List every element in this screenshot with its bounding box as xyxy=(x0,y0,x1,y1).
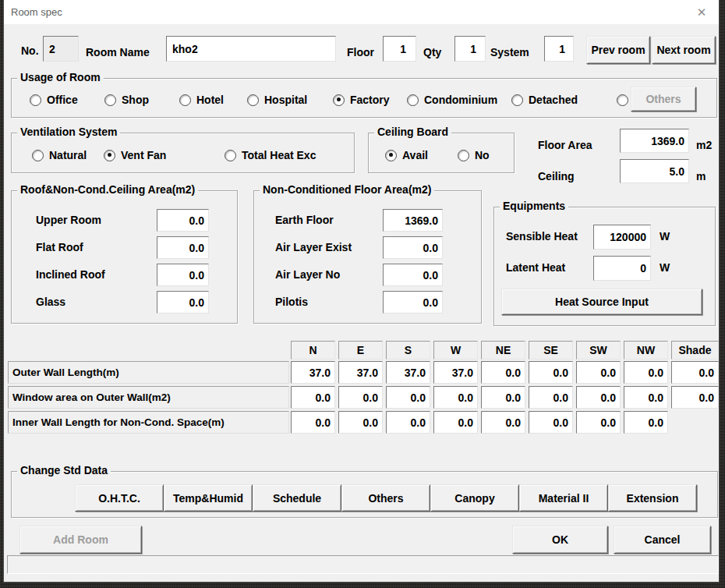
radio-label: Office xyxy=(47,94,78,106)
radio-option-natural[interactable]: Natural xyxy=(32,149,87,161)
radio-circle-icon[interactable] xyxy=(247,94,259,106)
system-input[interactable]: 1 xyxy=(544,36,574,62)
room-name-input[interactable]: kho2 xyxy=(166,36,336,62)
inclined-roof-field[interactable]: 0.0 xyxy=(157,264,209,286)
radio-option-shop[interactable]: Shop xyxy=(104,94,149,106)
radio-circle-icon[interactable] xyxy=(179,94,191,106)
radio-option-blank[interactable] xyxy=(617,94,628,106)
cell-se-row3[interactable]: 0.0 xyxy=(529,411,573,434)
radio-circle-icon[interactable] xyxy=(32,150,44,161)
sensible-heat-field[interactable]: 120000 xyxy=(593,225,651,250)
cell-nw-row2[interactable]: 0.0 xyxy=(624,386,668,409)
add-room-button[interactable]: Add Room xyxy=(19,526,142,554)
col-header-shade: Shade xyxy=(671,341,719,360)
ventilation-system-title: Ventilation System xyxy=(17,126,120,138)
cell-se-row1[interactable]: 0.0 xyxy=(529,361,573,384)
radio-circle-icon[interactable] xyxy=(385,150,397,161)
ceiling-board-title: Ceiling Board xyxy=(374,126,451,138)
radio-option-avail[interactable]: Avail xyxy=(385,149,428,161)
radio-circle-icon[interactable] xyxy=(30,94,41,106)
radio-circle-icon[interactable] xyxy=(225,150,236,161)
ceiling-label: Ceiling xyxy=(538,170,575,182)
cell-shade-row1[interactable]: 0.0 xyxy=(671,361,719,384)
cell-s-row2[interactable]: 0.0 xyxy=(386,386,430,409)
cell-sw-row2[interactable]: 0.0 xyxy=(576,386,621,409)
ceiling-field[interactable]: 5.0 xyxy=(620,159,689,183)
radio-circle-icon[interactable] xyxy=(617,94,628,106)
o-h-t-c-button[interactable]: O.H.T.C. xyxy=(75,484,164,512)
radio-option-hospital[interactable]: Hospital xyxy=(247,94,307,106)
radio-circle-icon[interactable] xyxy=(458,150,469,161)
cell-w-row1[interactable]: 37.0 xyxy=(433,361,478,384)
cell-sw-row3[interactable]: 0.0 xyxy=(576,411,621,434)
cell-n-row2[interactable]: 0.0 xyxy=(291,386,335,409)
close-icon[interactable]: ✕ xyxy=(695,5,709,19)
noncond-floor-area-group: Non-Conditioned Floor Area(m2) Earth Flo… xyxy=(253,190,482,324)
cell-e-row1[interactable]: 37.0 xyxy=(338,361,383,384)
flat-roof-field[interactable]: 0.0 xyxy=(157,236,209,259)
cell-nw-row3[interactable]: 0.0 xyxy=(624,411,668,434)
radio-option-condominium[interactable]: Condominium xyxy=(407,94,497,106)
cell-ne-row2[interactable]: 0.0 xyxy=(481,386,525,409)
cell-n-row3[interactable]: 0.0 xyxy=(291,411,335,434)
inclined-roof-label: Inclined Roof xyxy=(36,268,105,281)
glass-label: Glass xyxy=(36,296,65,308)
titlebar[interactable]: Room spec ✕ xyxy=(4,0,719,24)
cell-sw-row1[interactable]: 0.0 xyxy=(576,361,621,384)
glass-field[interactable]: 0.0 xyxy=(157,291,209,313)
radio-circle-icon[interactable] xyxy=(511,94,523,106)
floor-area-field[interactable]: 1369.0 xyxy=(620,129,689,153)
roof-noncond-ceiling-title: Roof&Non-Cond.Ceiling Area(m2) xyxy=(17,183,198,196)
pilotis-field[interactable]: 0.0 xyxy=(383,291,443,313)
radio-option-office[interactable]: Office xyxy=(30,94,78,106)
next-room-button[interactable]: Next room xyxy=(652,36,716,64)
row-label-outer-wall-length-m: Outer Wall Length(m) xyxy=(8,361,289,384)
cell-ne-row3[interactable]: 0.0 xyxy=(481,411,525,434)
cell-nw-row1[interactable]: 0.0 xyxy=(624,361,668,384)
earth-floor-field[interactable]: 1369.0 xyxy=(383,209,443,232)
radio-option-no[interactable]: No xyxy=(458,149,490,161)
ok-button[interactable]: OK xyxy=(512,526,608,554)
cell-w-row3[interactable]: 0.0 xyxy=(433,411,478,434)
cell-se-row2[interactable]: 0.0 xyxy=(529,386,573,409)
floor-input[interactable]: 1 xyxy=(383,36,416,62)
radio-option-total-heat-exc[interactable]: Total Heat Exc xyxy=(225,149,316,161)
latent-heat-field[interactable]: 0 xyxy=(593,256,651,281)
cancel-button[interactable]: Cancel xyxy=(614,526,711,554)
others-button[interactable]: Others xyxy=(341,484,430,512)
usage-of-room-group: Usage of Room Others OfficeShopHotelHosp… xyxy=(11,78,717,118)
air-layer-no-field[interactable]: 0.0 xyxy=(383,264,443,286)
cell-e-row2[interactable]: 0.0 xyxy=(338,386,383,409)
material-ii-button[interactable]: Material II xyxy=(519,484,608,512)
sensible-heat-label: Sensible Heat xyxy=(506,230,578,243)
upper-room-field[interactable]: 0.0 xyxy=(157,209,209,232)
radio-circle-icon[interactable] xyxy=(333,94,345,106)
extension-button[interactable]: Extension xyxy=(608,484,697,512)
air-layer-exist-field[interactable]: 0.0 xyxy=(383,236,443,259)
radio-circle-icon[interactable] xyxy=(104,150,115,161)
cell-w-row2[interactable]: 0.0 xyxy=(433,386,478,409)
cell-s-row1[interactable]: 37.0 xyxy=(386,361,430,384)
others-button[interactable]: Others xyxy=(631,87,696,112)
radio-label: Hotel xyxy=(196,94,224,106)
radio-option-vent-fan[interactable]: Vent Fan xyxy=(104,149,166,161)
cell-shade-row2[interactable]: 0.0 xyxy=(671,386,719,409)
radio-option-detached[interactable]: Detached xyxy=(511,94,578,106)
canopy-button[interactable]: Canopy xyxy=(430,484,519,512)
cell-e-row3[interactable]: 0.0 xyxy=(338,411,383,434)
radio-option-hotel[interactable]: Hotel xyxy=(179,94,224,106)
qty-input[interactable]: 1 xyxy=(454,36,486,62)
equipments-group: Equipments Sensible Heat 120000 W Latent… xyxy=(493,207,716,326)
schedule-button[interactable]: Schedule xyxy=(253,484,341,512)
radio-option-factory[interactable]: Factory xyxy=(333,94,390,106)
heat-source-input-button[interactable]: Heat Source Input xyxy=(501,289,702,315)
cell-n-row1[interactable]: 37.0 xyxy=(291,361,335,384)
prev-room-button[interactable]: Prev room xyxy=(586,36,650,64)
cell-ne-row1[interactable]: 0.0 xyxy=(481,361,525,384)
temp-humid-button[interactable]: Temp&Humid xyxy=(164,484,253,512)
col-header-e: E xyxy=(338,341,383,360)
radio-circle-icon[interactable] xyxy=(104,94,116,106)
cell-s-row3[interactable]: 0.0 xyxy=(386,411,430,434)
no-field[interactable]: 2 xyxy=(43,36,79,62)
radio-circle-icon[interactable] xyxy=(407,94,419,106)
